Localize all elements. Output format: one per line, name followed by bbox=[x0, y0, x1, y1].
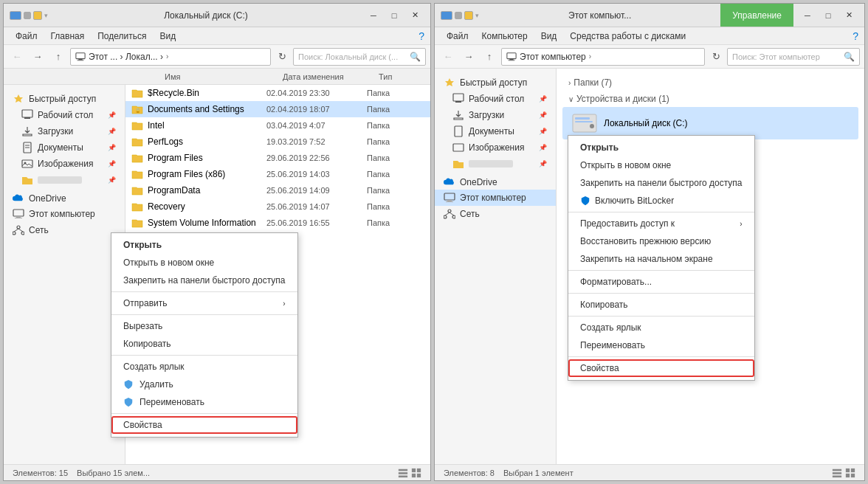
menu-computer-2[interactable]: Компьютер bbox=[476, 29, 534, 44]
col-date-header-1[interactable]: Дата изменения bbox=[277, 69, 373, 84]
cm-shortcut-1[interactable]: Создать ярлык bbox=[111, 358, 297, 376]
cm-bitlocker-2[interactable]: Включить BitLocker bbox=[568, 192, 754, 210]
title-bar-icons-1: ▾ bbox=[10, 11, 48, 20]
back-button-1[interactable]: ← bbox=[8, 48, 26, 66]
menu-home-1[interactable]: Главная bbox=[45, 29, 91, 44]
sidebar-item-network-1[interactable]: Сеть bbox=[4, 222, 125, 238]
svg-line-42 bbox=[450, 212, 454, 215]
cm-share-arrow: › bbox=[740, 220, 742, 228]
forward-button-2[interactable]: → bbox=[460, 48, 478, 66]
cm-restore-2[interactable]: Восстановить прежнюю версию bbox=[568, 232, 754, 250]
cm-properties-2[interactable]: Свойства bbox=[568, 359, 754, 377]
sidebar-item-thispc-1[interactable]: Этот компьютер bbox=[4, 206, 125, 222]
title-sep-2: ▾ bbox=[475, 12, 479, 19]
maximize-button-1[interactable]: □ bbox=[385, 8, 404, 23]
search-bar-1[interactable]: Поиск: Локальный диск (... 🔍 bbox=[293, 48, 426, 66]
sidebar-item-thispc-2[interactable]: Этот компьютер bbox=[435, 190, 556, 206]
cm-pin-start-2[interactable]: Закрепить на начальном экране bbox=[568, 250, 754, 268]
list-view-icon-2[interactable] bbox=[832, 468, 842, 478]
sidebar-item-quick-access-1[interactable]: Быстрый доступ bbox=[4, 91, 125, 107]
cm-cut-1[interactable]: Вырезать bbox=[111, 317, 297, 335]
back-button-2[interactable]: ← bbox=[439, 48, 457, 66]
sidebar-item-pictures-1[interactable]: Изображения 📌 bbox=[4, 156, 125, 172]
menu-disk-tools-2[interactable]: Средства работы с дисками bbox=[564, 29, 692, 44]
search-bar-2[interactable]: Поиск: Этот компьютер 🔍 bbox=[727, 48, 860, 66]
maximize-button-2[interactable]: □ bbox=[819, 8, 838, 23]
cm-rename-2[interactable]: Переименовать bbox=[568, 336, 754, 354]
address-bar-2[interactable]: Этот компьютер › bbox=[501, 48, 705, 66]
sidebar-item-user-folder-2[interactable]: 📌 bbox=[435, 156, 556, 172]
devices-section-header[interactable]: ∨ Устройства и диски (1) bbox=[562, 91, 858, 107]
onedrive-icon-1 bbox=[13, 194, 24, 203]
menu-view-2[interactable]: Вид bbox=[535, 29, 563, 44]
file-item-programdata[interactable]: ProgramData 25.06.2019 14:09 Папка bbox=[125, 182, 430, 198]
sidebar-item-downloads-1[interactable]: Загрузки 📌 bbox=[4, 123, 125, 139]
refresh-button-1[interactable]: ↻ bbox=[274, 49, 290, 65]
sidebar-item-network-2[interactable]: Сеть bbox=[435, 206, 556, 222]
file-item-docs-settings[interactable]: 🔒 Documents and Settings 02.04.2019 18:0… bbox=[125, 101, 430, 117]
file-item-recycle[interactable]: $Recycle.Bin 02.04.2019 23:30 Папка bbox=[125, 85, 430, 101]
menu-file-1[interactable]: Файл bbox=[10, 29, 44, 44]
help-icon-2[interactable]: ? bbox=[852, 30, 858, 42]
address-bar-1[interactable]: Этот ... › Локал... › › bbox=[70, 48, 271, 66]
up-button-1[interactable]: ↑ bbox=[49, 48, 67, 66]
cm-send-1[interactable]: Отправить › bbox=[111, 294, 297, 312]
grid-view-icon-1[interactable] bbox=[411, 468, 421, 478]
folders-section-header[interactable]: › Папки (7) bbox=[562, 75, 858, 91]
file-item-intel[interactable]: Intel 03.04.2019 4:07 Папка bbox=[125, 117, 430, 134]
svg-rect-29 bbox=[509, 60, 515, 60]
sidebar-item-onedrive-1[interactable]: OneDrive bbox=[4, 191, 125, 206]
cm-shortcut-2[interactable]: Создать ярлык bbox=[568, 319, 754, 336]
file-item-recovery[interactable]: Recovery 25.06.2019 14:07 Папка bbox=[125, 198, 430, 215]
cm-pin-1[interactable]: Закрепить на панели быстрого доступа bbox=[111, 272, 297, 289]
sidebar-item-user-folder-1[interactable]: 📌 bbox=[4, 172, 125, 188]
refresh-button-2[interactable]: ↻ bbox=[708, 49, 724, 65]
cm-open-new-1[interactable]: Открыть в новом окне bbox=[111, 254, 297, 272]
forward-button-1[interactable]: → bbox=[29, 48, 46, 66]
help-icon-1[interactable]: ? bbox=[418, 30, 424, 42]
file-item-program-files-x86[interactable]: Program Files (x86) 25.06.2019 14:03 Пап… bbox=[125, 166, 430, 182]
col-type-header-1[interactable]: Тип bbox=[373, 69, 417, 84]
close-button-1[interactable]: ✕ bbox=[405, 8, 424, 23]
sidebar-item-documents-1[interactable]: Документы 📌 bbox=[4, 139, 125, 156]
menu-file-2[interactable]: Файл bbox=[441, 29, 475, 44]
menu-view-1[interactable]: Вид bbox=[154, 29, 182, 44]
sidebar-2: Быстрый доступ Рабочий стол 📌 Загрузки 📌… bbox=[435, 69, 557, 464]
cm-open-1[interactable]: Открыть bbox=[111, 236, 297, 254]
svg-point-16 bbox=[21, 232, 24, 235]
sidebar-item-onedrive-2[interactable]: OneDrive bbox=[435, 175, 556, 190]
file-item-program-files[interactable]: Program Files 29.06.2019 22:56 Папка bbox=[125, 150, 430, 166]
sidebar-item-documents-2[interactable]: Документы 📌 bbox=[435, 123, 556, 139]
management-tab[interactable]: Управление bbox=[720, 4, 793, 27]
file-item-svi[interactable]: System Volume Information 25.06.2019 16:… bbox=[125, 215, 430, 231]
cm-format-2[interactable]: Форматировать... bbox=[568, 273, 754, 291]
sidebar-item-pictures-2[interactable]: Изображения 📌 bbox=[435, 139, 556, 156]
cm-copy-2[interactable]: Копировать bbox=[568, 296, 754, 314]
list-view-icon-1[interactable] bbox=[398, 468, 408, 478]
cm-open-new-2[interactable]: Открыть в новом окне bbox=[568, 156, 754, 174]
up-button-2[interactable]: ↑ bbox=[480, 48, 498, 66]
cm-share-2[interactable]: Предоставить доступ к › bbox=[568, 215, 754, 232]
cm-properties-1[interactable]: Свойства bbox=[111, 416, 297, 434]
cm-copy-1[interactable]: Копировать bbox=[111, 335, 297, 353]
col-name-header-1[interactable]: Имя bbox=[159, 69, 277, 84]
menu-share-1[interactable]: Поделиться bbox=[92, 29, 152, 44]
svg-rect-28 bbox=[509, 58, 513, 60]
pin-icon-downloads-2: 📌 bbox=[539, 111, 547, 119]
close-button-2[interactable]: ✕ bbox=[839, 8, 858, 23]
minimize-button-2[interactable]: ─ bbox=[798, 8, 817, 23]
minimize-button-1[interactable]: ─ bbox=[364, 8, 383, 23]
sidebar-item-downloads-2[interactable]: Загрузки 📌 bbox=[435, 107, 556, 123]
cm-rename-1[interactable]: Переименовать bbox=[111, 393, 297, 411]
cm-sep4-1 bbox=[111, 413, 297, 414]
downloads-label-2: Загрузки bbox=[469, 110, 504, 120]
sidebar-item-desktop-1[interactable]: Рабочий стол 📌 bbox=[4, 107, 125, 123]
cm-pin-2[interactable]: Закрепить на панели быстрого доступа bbox=[568, 174, 754, 192]
cm-delete-1[interactable]: Удалить bbox=[111, 376, 297, 393]
file-name-recycle: $Recycle.Bin bbox=[148, 88, 262, 98]
sidebar-item-quick-access-2[interactable]: Быстрый доступ bbox=[435, 75, 556, 91]
cm-open-2[interactable]: Открыть bbox=[568, 139, 754, 156]
file-item-perflogs[interactable]: PerfLogs 19.03.2019 7:52 Папка bbox=[125, 134, 430, 150]
grid-view-icon-2[interactable] bbox=[845, 468, 855, 478]
sidebar-item-desktop-2[interactable]: Рабочий стол 📌 bbox=[435, 91, 556, 107]
